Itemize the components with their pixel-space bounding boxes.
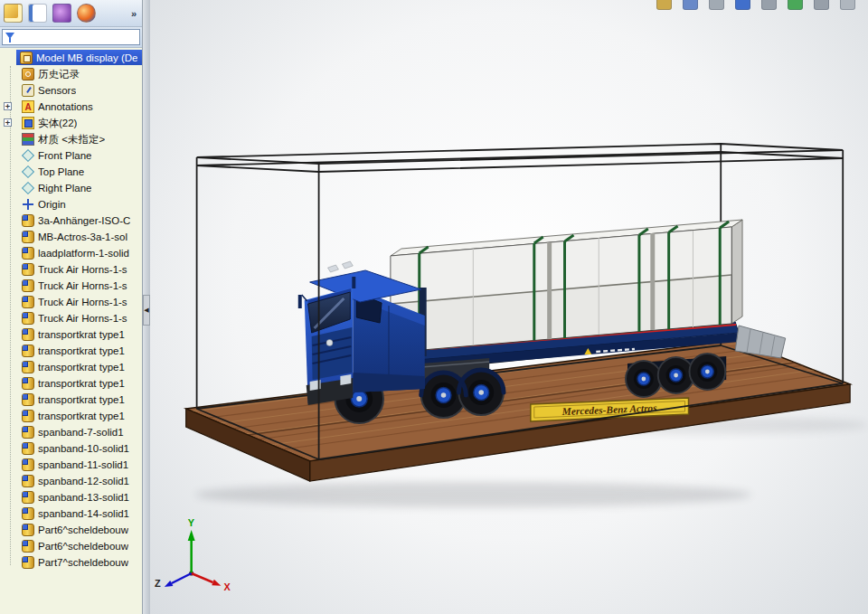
tree-item-label: MB-Actros-3a-1-sol bbox=[38, 231, 127, 242]
tree-item-label: Annotations bbox=[38, 101, 93, 112]
air-horn bbox=[342, 261, 353, 269]
tree-item-icon bbox=[22, 345, 34, 357]
tree-root-item[interactable]: Model MB display (De bbox=[16, 50, 142, 65]
tree-item[interactable]: transportkrat type1 bbox=[0, 359, 142, 375]
tree-item-icon bbox=[22, 426, 34, 439]
assembly-icon bbox=[20, 52, 33, 64]
tree-item[interactable]: Truck Air Horns-1-s bbox=[0, 310, 142, 326]
tree-item[interactable]: spanband-10-solid1 bbox=[0, 440, 142, 457]
tree-item[interactable]: Front Plane bbox=[0, 147, 142, 164]
panel-toolbar: » bbox=[0, 0, 142, 27]
model-scene[interactable]: Mercedes-Benz Actros Y bbox=[150, 0, 868, 614]
wooden-base[interactable] bbox=[186, 340, 850, 481]
section-view-icon[interactable] bbox=[709, 0, 724, 10]
triad-z-label: Z bbox=[155, 578, 161, 589]
tree-item[interactable]: Annotations bbox=[0, 99, 142, 115]
tree-item[interactable]: Truck Air Horns-1-s bbox=[0, 294, 142, 310]
tree-item-icon bbox=[22, 312, 34, 325]
scene-settings-icon[interactable] bbox=[761, 0, 777, 10]
tree-item[interactable]: MB-Actros-3a-1-sol bbox=[0, 229, 142, 245]
tree-item-icon bbox=[22, 117, 34, 129]
solidworks-window: » Model MB display (De 历史记录 Sensors bbox=[0, 0, 868, 614]
tree-item-label: transportkrat type1 bbox=[38, 411, 125, 421]
tree-item-label: Top Plane bbox=[38, 166, 84, 177]
tree-item[interactable]: spanband-11-solid1 bbox=[0, 457, 142, 473]
tree-item[interactable]: 材质 <未指定> bbox=[0, 131, 142, 147]
tree-item[interactable]: spanband-13-solid1 bbox=[0, 489, 142, 505]
viewport-toolbar bbox=[656, 0, 855, 10]
tree-item[interactable]: Part6^scheldebouw bbox=[0, 522, 142, 538]
featuremanager-icon[interactable] bbox=[4, 4, 23, 23]
tree-item[interactable]: spanband-7-solid1 bbox=[0, 424, 142, 440]
tree-item-icon bbox=[22, 263, 34, 276]
tree-item[interactable]: spanband-14-solid1 bbox=[0, 505, 142, 522]
tree-item[interactable]: transportkrat type1 bbox=[0, 326, 142, 343]
headlight bbox=[340, 374, 351, 385]
tree-item[interactable]: Truck Air Horns-1-s bbox=[0, 278, 142, 294]
tree-item-label: transportkrat type1 bbox=[38, 394, 125, 405]
tree-item-icon bbox=[22, 231, 34, 243]
tree-item-label: transportkrat type1 bbox=[38, 362, 125, 373]
tree-item-icon bbox=[22, 149, 34, 162]
expand-toggle[interactable] bbox=[4, 102, 12, 110]
tree-item[interactable]: Top Plane bbox=[0, 164, 142, 180]
edit-appearance-icon[interactable] bbox=[735, 0, 750, 10]
mirror bbox=[352, 277, 355, 288]
filter-funnel-icon[interactable] bbox=[5, 32, 16, 43]
tree-item[interactable]: Origin bbox=[0, 196, 142, 213]
tree-item[interactable]: Sensors bbox=[0, 82, 142, 99]
filter-input[interactable] bbox=[16, 31, 139, 43]
tree-item-icon bbox=[22, 540, 34, 553]
tree-item-icon bbox=[22, 182, 34, 194]
tree-item-label: Origin bbox=[38, 199, 66, 210]
orientation-triad: Y X Z bbox=[155, 517, 231, 592]
air-horn bbox=[328, 265, 339, 272]
tree-item[interactable]: Truck Air Horns-1-s bbox=[0, 261, 142, 278]
triad-y-label: Y bbox=[188, 517, 195, 528]
tree-item-label: 历史记录 bbox=[38, 68, 80, 81]
toolbar-overflow-button[interactable]: » bbox=[131, 8, 138, 19]
tree-item-icon bbox=[22, 377, 34, 390]
tree-item-icon bbox=[22, 524, 34, 536]
tree-item[interactable]: Part6^scheldebouw bbox=[0, 538, 142, 554]
tree-item-icon bbox=[22, 100, 34, 113]
tree-item[interactable]: 历史记录 bbox=[0, 66, 142, 82]
tree-item-icon bbox=[22, 296, 34, 308]
triad-x-label: X bbox=[223, 581, 231, 592]
help-icon[interactable] bbox=[840, 0, 855, 10]
tree-item-icon bbox=[22, 84, 34, 97]
tree-item-icon bbox=[22, 393, 34, 406]
tree-item-label: spanband-13-solid1 bbox=[38, 492, 129, 503]
options-icon[interactable] bbox=[814, 0, 829, 10]
appearances-icon[interactable] bbox=[77, 4, 96, 23]
tree-item-icon bbox=[22, 475, 34, 487]
panel-collapse-arrow[interactable]: ◀ bbox=[143, 295, 150, 326]
tree-item[interactable]: transportkrat type1 bbox=[0, 375, 142, 392]
tree-item[interactable]: 3a-Anhänger-ISO-C bbox=[0, 213, 142, 229]
tree-item[interactable]: Right Plane bbox=[0, 180, 142, 196]
tree-item-label: 材质 <未指定> bbox=[38, 133, 105, 146]
view-cube-icon[interactable] bbox=[656, 0, 672, 10]
tree-item[interactable]: transportkrat type1 bbox=[0, 392, 142, 408]
panel-toolbar-icons bbox=[4, 4, 96, 23]
tree-item[interactable]: transportkrat type1 bbox=[0, 408, 142, 424]
tree-item-label: Right Plane bbox=[38, 183, 91, 194]
viewport-3d[interactable]: Mercedes-Benz Actros Y bbox=[150, 0, 868, 614]
tree-item-label: Part7^scheldebouw bbox=[38, 557, 128, 568]
panel-splitter[interactable]: ◀ bbox=[143, 0, 150, 614]
tree-item-label: Truck Air Horns-1-s bbox=[38, 297, 127, 307]
tree-item-label: spanband-14-solid1 bbox=[38, 508, 129, 519]
tree-item[interactable]: laadplatform-1-solid bbox=[0, 245, 142, 261]
tree-item[interactable]: Part7^scheldebouw bbox=[0, 554, 142, 571]
tree-item[interactable]: 实体(22) bbox=[0, 115, 142, 131]
feature-tree: Model MB display (De 历史记录 Sensors Annota… bbox=[0, 48, 142, 614]
tree-item-icon bbox=[22, 361, 34, 373]
display-style-icon[interactable] bbox=[683, 0, 698, 10]
tree-item[interactable]: transportkrat type1 bbox=[0, 343, 142, 359]
expand-toggle[interactable] bbox=[4, 118, 12, 127]
tree-item[interactable]: spanband-12-solid1 bbox=[0, 473, 142, 489]
propertymanager-icon[interactable] bbox=[52, 4, 71, 23]
render-icon[interactable] bbox=[788, 0, 803, 10]
display-pane-icon[interactable] bbox=[28, 4, 47, 23]
tree-item-label: Sensors bbox=[38, 85, 76, 96]
